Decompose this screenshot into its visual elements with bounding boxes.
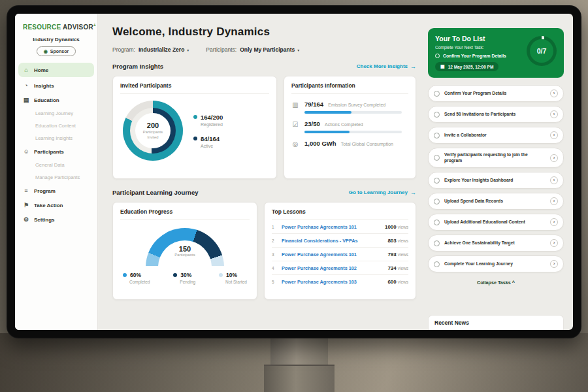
- sidebar-item-label: Take Action: [34, 203, 63, 208]
- sidebar-item-home[interactable]: ⌂ Home: [18, 63, 94, 77]
- lesson-link[interactable]: Power Purchase Agreements 102: [282, 265, 383, 271]
- sidebar-item-insights[interactable]: ◔ Insights: [15, 78, 97, 93]
- todo-panel: 0/7 Your To Do List Complete Your Next T…: [427, 14, 573, 330]
- legend-item-pending: 30% Pending: [173, 272, 195, 284]
- task-item-send-invitations[interactable]: Send 50 Invitations to Participants ›: [428, 106, 564, 123]
- lesson-row: 2 Financial Considerations - VPPAs 803vi…: [272, 234, 408, 248]
- task-chevron-icon[interactable]: ›: [550, 218, 558, 226]
- monitor-bezel: RESOURCE ADVISOR+ Industry Dynamics ◉ Sp…: [7, 5, 581, 338]
- task-checkbox[interactable]: [434, 199, 440, 204]
- sidebar-item-manage-participants[interactable]: Manage Participants: [15, 171, 97, 184]
- sidebar-item-program[interactable]: ≡ Program: [15, 184, 97, 198]
- sidebar-item-label: Manage Participants: [35, 174, 80, 180]
- logo-text-advisor: ADVISOR: [63, 24, 93, 31]
- lesson-link[interactable]: Power Purchase Agreements 101: [282, 252, 383, 257]
- logo-text-resource: RESOURCE: [23, 24, 61, 31]
- go-to-learning-journey-link[interactable]: Go to Learning Journey →: [349, 189, 416, 196]
- app-logo: RESOURCE ADVISOR+: [15, 20, 97, 32]
- card-title: Top Lessons: [272, 208, 408, 220]
- lesson-link[interactable]: Financial Considerations - VPPAs: [282, 238, 383, 244]
- task-checkbox[interactable]: [434, 91, 440, 97]
- collapse-tasks-link[interactable]: Collapse Tasks ^: [428, 280, 564, 286]
- task-chevron-icon[interactable]: ›: [550, 197, 558, 205]
- card-title: Invited Participants: [120, 82, 269, 94]
- task-item-verify-participants[interactable]: Verify participants requesting to join t…: [428, 148, 564, 168]
- task-item-upload-spend-data[interactable]: Upload Spend Data Records ›: [428, 193, 564, 210]
- sidebar-item-label: General Data: [35, 162, 65, 168]
- card-title: Participants Information: [291, 82, 408, 94]
- task-checkbox[interactable]: [434, 261, 440, 267]
- todo-progress-ring: 0/7: [527, 36, 557, 66]
- gauge-center-label: Participants: [146, 253, 224, 257]
- task-item-invite-collaborator[interactable]: Invite a Collaborator ›: [428, 127, 564, 144]
- stat-emission-survey: ▥ 79/164 Emission Survey Completed: [291, 101, 408, 114]
- sidebar-item-learning-insights[interactable]: Learning Insights: [15, 132, 97, 144]
- task-checkbox[interactable]: [435, 54, 440, 58]
- task-item-achieve-target[interactable]: Achieve One Sustainability Target ›: [428, 235, 564, 252]
- sidebar-menu: ⌂ Home ◔ Insights ▤ Education Learning J…: [15, 63, 97, 227]
- main-content: Welcome, Industry Dynamics Program: Indu…: [98, 14, 427, 330]
- sidebar-item-general-data[interactable]: General Data: [15, 159, 97, 171]
- participants-filter-dropdown[interactable]: Participants: Only My Participants ▾: [206, 46, 299, 53]
- invited-participants-card: Invited Participants 200 Participants In…: [112, 76, 277, 179]
- sidebar-item-label: Home: [34, 67, 48, 73]
- task-item-explore-insights[interactable]: Explore Your Insights Dashboard ›: [428, 172, 564, 189]
- task-chevron-icon[interactable]: ›: [550, 260, 558, 268]
- task-chevron-icon[interactable]: ›: [550, 90, 558, 97]
- lesson-views: 1000views: [385, 224, 408, 230]
- sidebar-item-take-action[interactable]: ⚑ Take Action: [15, 198, 97, 212]
- task-list: Confirm Your Program Details › Send 50 I…: [428, 85, 564, 276]
- task-item-upload-educational-content[interactable]: Upload Additional Educational Content ›: [428, 214, 564, 231]
- education-progress-card: Education Progress 150 Participants 60%: [112, 202, 257, 300]
- task-checkbox[interactable]: [434, 133, 440, 139]
- check-more-insights-link[interactable]: Check More Insights →: [357, 63, 416, 70]
- task-checkbox[interactable]: [434, 155, 440, 161]
- legend-item-not-started: 10% Not Started: [219, 272, 247, 293]
- sidebar-item-label: Program: [34, 188, 56, 194]
- donut-center-value: 200: [147, 122, 159, 129]
- org-name: Industry Dynamics: [15, 37, 97, 42]
- collapse-caret-icon: ^: [512, 280, 515, 286]
- lesson-link[interactable]: Power Purchase Agreements 101: [282, 224, 380, 230]
- todo-due-date: ▦ 12 May 2025, 12:00 PM: [435, 62, 498, 71]
- task-item-confirm-program[interactable]: Confirm Your Program Details ›: [428, 85, 564, 102]
- legend-item-registered: 164/200 Registered: [193, 114, 223, 127]
- todo-subtitle: Complete Your Next Task:: [435, 45, 557, 50]
- home-icon: ⌂: [23, 67, 29, 73]
- sidebar-item-settings[interactable]: ⚙ Settings: [15, 212, 97, 227]
- sidebar-item-education-content[interactable]: Education Content: [15, 120, 97, 132]
- donut-center: 200 Participants Invited: [135, 113, 171, 148]
- task-chevron-icon[interactable]: ›: [550, 131, 558, 139]
- participants-information-card: Participants Information ▥ 79/164 Emissi…: [284, 76, 416, 179]
- legend-dot: [173, 273, 177, 277]
- legend-dot: [193, 137, 197, 140]
- gauge-legend: 60% Completed 30% Pending 10% Not Starte…: [120, 272, 250, 293]
- sidebar-item-education[interactable]: ▤ Education: [15, 93, 97, 107]
- task-checkbox[interactable]: [434, 178, 440, 184]
- task-chevron-icon[interactable]: ›: [550, 239, 558, 247]
- task-chevron-icon[interactable]: ›: [550, 110, 558, 118]
- task-item-complete-learning-journey[interactable]: Complete Your Learning Journey ›: [428, 255, 564, 272]
- sidebar-item-label: Education: [34, 97, 59, 103]
- task-checkbox[interactable]: [434, 112, 440, 118]
- task-chevron-icon[interactable]: ›: [550, 176, 558, 184]
- program-filter-dropdown[interactable]: Program: Industrialize Zero ▾: [112, 46, 189, 53]
- todo-next-task[interactable]: Confirm Your Program Details: [435, 54, 527, 58]
- education-icon: ▤: [23, 97, 29, 103]
- task-checkbox[interactable]: [434, 220, 440, 225]
- lesson-row: 3 Power Purchase Agreements 101 793views: [272, 248, 408, 261]
- todo-progress-value: 0/7: [530, 39, 553, 63]
- card-title: Education Progress: [120, 208, 250, 220]
- survey-icon: ▥: [291, 101, 299, 108]
- page-title: Welcome, Industry Dynamics: [112, 25, 416, 39]
- lesson-link[interactable]: Power Purchase Agreements 103: [282, 279, 383, 285]
- task-checkbox[interactable]: [434, 240, 440, 246]
- sidebar-item-learning-journey[interactable]: Learning Journey: [15, 107, 97, 120]
- sponsor-icon: ◉: [44, 49, 48, 54]
- task-chevron-icon[interactable]: ›: [550, 154, 558, 162]
- lesson-views: 734views: [387, 265, 408, 271]
- legend-item-completed: 60% Completed: [123, 272, 150, 284]
- sidebar-item-participants[interactable]: ☺ Participants: [15, 144, 97, 159]
- insights-icon: ◔: [23, 82, 29, 89]
- donut-legend: 164/200 Registered 84/164 Active: [193, 114, 223, 148]
